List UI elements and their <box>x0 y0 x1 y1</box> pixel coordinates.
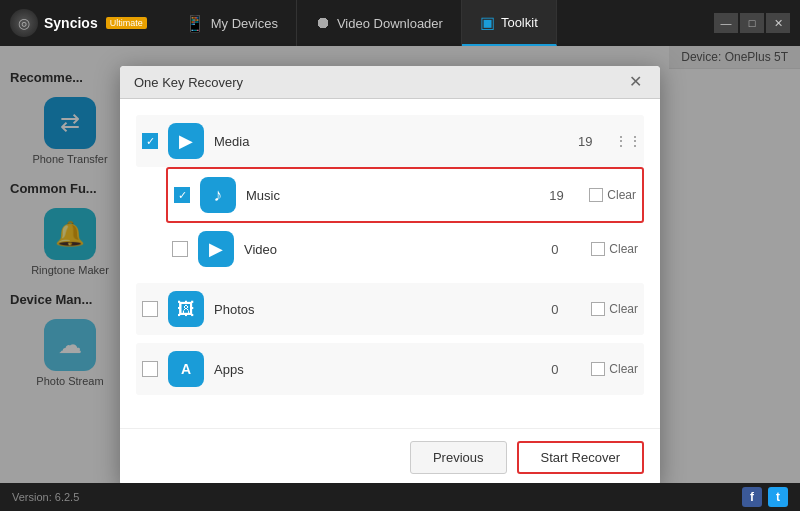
music-count: 19 <box>549 188 579 203</box>
version-label: Version: 6.2.5 <box>12 491 79 503</box>
nav-video-downloader[interactable]: ⏺ Video Downloader <box>297 0 462 46</box>
apps-clear-checkbox[interactable] <box>591 362 605 376</box>
main-area: Device: OnePlus 5T Recomme... ⇄ Phone Tr… <box>0 46 800 483</box>
media-count: 19 <box>578 134 608 149</box>
toolkit-icon: ▣ <box>480 13 495 32</box>
app-logo-icon: ◎ <box>10 9 38 37</box>
video-row: ▶ Video 0 Clear <box>166 223 644 275</box>
nav-toolkit[interactable]: ▣ Toolkit <box>462 0 557 46</box>
music-clear-label: Clear <box>607 188 636 202</box>
logo-area: ◎ Syncios Ultimate <box>10 9 147 37</box>
win-maximize-button[interactable]: □ <box>740 13 764 33</box>
apps-checkbox[interactable] <box>142 361 158 377</box>
media-expand-icon[interactable]: ⋮⋮ <box>618 131 638 151</box>
photos-row: 🖼 Photos 0 Clear <box>136 283 644 335</box>
recovery-item-apps: A Apps 0 Clear <box>136 343 644 395</box>
apps-count: 0 <box>551 362 581 377</box>
social-icons: f t <box>742 487 788 507</box>
video-clear-label: Clear <box>609 242 638 256</box>
modal-close-button[interactable]: ✕ <box>625 74 646 90</box>
video-checkbox[interactable] <box>172 241 188 257</box>
start-recover-button[interactable]: Start Recover <box>517 441 644 474</box>
video-label: Video <box>244 242 541 257</box>
modal-header: One Key Recovery ✕ <box>120 66 660 99</box>
music-checkbox[interactable] <box>174 187 190 203</box>
photos-checkbox[interactable] <box>142 301 158 317</box>
photos-clear-checkbox[interactable] <box>591 302 605 316</box>
media-label: Media <box>214 134 568 149</box>
win-close-button[interactable]: ✕ <box>766 13 790 33</box>
media-row: ▶ Media 19 ⋮⋮ <box>136 115 644 167</box>
modal-body: ▶ Media 19 ⋮⋮ ♪ Music 19 <box>120 99 660 428</box>
recovery-item-media: ▶ Media 19 ⋮⋮ ♪ Music 19 <box>136 115 644 275</box>
previous-button[interactable]: Previous <box>410 441 507 474</box>
video-downloader-icon: ⏺ <box>315 14 331 32</box>
nav-my-devices[interactable]: 📱 My Devices <box>167 0 297 46</box>
media-children: ♪ Music 19 Clear ▶ Video <box>166 167 644 275</box>
apps-label: Apps <box>214 362 541 377</box>
facebook-icon[interactable]: f <box>742 487 762 507</box>
app-badge: Ultimate <box>106 17 147 29</box>
photos-clear-label: Clear <box>609 302 638 316</box>
music-label: Music <box>246 188 539 203</box>
video-count: 0 <box>551 242 581 257</box>
modal-title: One Key Recovery <box>134 75 243 90</box>
apps-clear-label: Clear <box>609 362 638 376</box>
apps-icon: A <box>168 351 204 387</box>
window-controls: — □ ✕ <box>714 13 790 33</box>
photos-count: 0 <box>551 302 581 317</box>
media-checkbox[interactable] <box>142 133 158 149</box>
music-row: ♪ Music 19 Clear <box>166 167 644 223</box>
music-icon: ♪ <box>200 177 236 213</box>
photos-icon: 🖼 <box>168 291 204 327</box>
video-clear[interactable]: Clear <box>591 242 638 256</box>
apps-row: A Apps 0 Clear <box>136 343 644 395</box>
win-minimize-button[interactable]: — <box>714 13 738 33</box>
my-devices-icon: 📱 <box>185 14 205 33</box>
music-clear-checkbox[interactable] <box>589 188 603 202</box>
one-key-recovery-modal: One Key Recovery ✕ ▶ Media 19 ⋮⋮ <box>120 66 660 486</box>
video-icon: ▶ <box>198 231 234 267</box>
photos-label: Photos <box>214 302 541 317</box>
modal-overlay: One Key Recovery ✕ ▶ Media 19 ⋮⋮ <box>0 46 800 483</box>
nav-video-downloader-label: Video Downloader <box>337 16 443 31</box>
video-clear-checkbox[interactable] <box>591 242 605 256</box>
nav-toolkit-label: Toolkit <box>501 15 538 30</box>
apps-clear[interactable]: Clear <box>591 362 638 376</box>
music-clear[interactable]: Clear <box>589 188 636 202</box>
top-bar: ◎ Syncios Ultimate 📱 My Devices ⏺ Video … <box>0 0 800 46</box>
app-name: Syncios <box>44 15 98 31</box>
media-icon: ▶ <box>168 123 204 159</box>
nav-my-devices-label: My Devices <box>211 16 278 31</box>
photos-clear[interactable]: Clear <box>591 302 638 316</box>
modal-footer: Previous Start Recover <box>120 428 660 486</box>
twitter-icon[interactable]: t <box>768 487 788 507</box>
status-bar: Version: 6.2.5 f t <box>0 483 800 511</box>
recovery-item-photos: 🖼 Photos 0 Clear <box>136 283 644 335</box>
